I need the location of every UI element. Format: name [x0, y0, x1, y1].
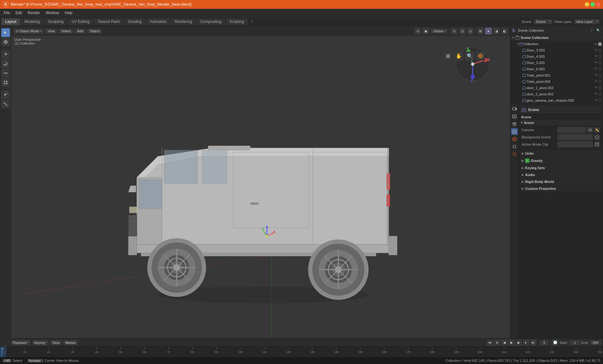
- playback-button[interactable]: Playback ▾: [11, 340, 30, 345]
- menu-render[interactable]: Render: [25, 10, 42, 16]
- add-menu-button[interactable]: Add: [75, 29, 86, 34]
- 3d-scene[interactable]: X Y Z ⊞ ✋ 🔍 🔆: [11, 26, 510, 345]
- props-scene-button[interactable]: [511, 128, 518, 135]
- tab-sculpting[interactable]: Sculpting: [44, 18, 67, 25]
- maximize-button[interactable]: [590, 2, 595, 7]
- item-eye-icon[interactable]: 👁: [595, 86, 597, 90]
- movie-clip-picker-icon[interactable]: [594, 142, 600, 147]
- minimize-button[interactable]: [585, 2, 589, 7]
- solid-mode-icon[interactable]: ●: [485, 28, 492, 35]
- tab-animation[interactable]: Animation: [146, 18, 170, 25]
- item-viewport-icon[interactable]: [598, 55, 602, 58]
- xray-icon[interactable]: ⊞: [477, 28, 484, 35]
- view-layer-dropdown[interactable]: View Layer ▾: [574, 19, 599, 24]
- item-viewport-icon[interactable]: [598, 86, 602, 90]
- viewport-overlay-toggle[interactable]: ◉: [422, 28, 429, 35]
- props-object-button[interactable]: [511, 143, 518, 150]
- timeline-clock-icon[interactable]: 🕐: [552, 339, 559, 346]
- keying-sets-header[interactable]: ▶ Keying Sets: [520, 165, 602, 171]
- start-value[interactable]: 1: [569, 340, 580, 345]
- outliner-item[interactable]: Door_4.003 👁: [510, 53, 603, 60]
- transform-tool-button[interactable]: [1, 78, 10, 87]
- outliner-item[interactable]: Door_6.003 👁: [510, 66, 603, 72]
- tab-scripting[interactable]: Scripting: [225, 18, 248, 25]
- scene-section-header[interactable]: ▾ Scene: [520, 120, 602, 126]
- background-scene-picker-icon[interactable]: [594, 134, 600, 140]
- cursor-tool-button[interactable]: [1, 38, 10, 46]
- tab-uv-editing[interactable]: UV Editing: [68, 18, 93, 25]
- annotate-tool-button[interactable]: [1, 90, 10, 99]
- current-frame-display[interactable]: 1: [540, 340, 548, 345]
- collection-expand-icon[interactable]: ▾: [512, 36, 514, 39]
- add-workspace-button[interactable]: +: [248, 18, 256, 25]
- scene-dropdown[interactable]: Scene ▾: [534, 19, 552, 24]
- marker-button[interactable]: Marker: [63, 340, 78, 345]
- tab-compositing[interactable]: Compositing: [197, 18, 225, 25]
- tab-layout[interactable]: Layout: [1, 18, 20, 25]
- units-section-header[interactable]: ▶ Units: [520, 150, 602, 157]
- eye-icon[interactable]: 👁: [594, 42, 597, 46]
- viewport-3d[interactable]: ⊙ Object Mode ▾ View Select Add Object ⊙…: [11, 26, 510, 345]
- object-menu-button[interactable]: Object: [87, 29, 102, 34]
- item-eye-icon[interactable]: 👁: [595, 55, 597, 58]
- item-eye-icon[interactable]: 👁: [595, 73, 597, 77]
- props-particles-button[interactable]: [511, 151, 518, 158]
- tab-modeling[interactable]: Modeling: [21, 18, 44, 25]
- keying-button[interactable]: Keying ▾: [32, 340, 49, 345]
- prev-frame-button[interactable]: ⏴: [494, 340, 500, 346]
- props-view-layer-button[interactable]: [511, 120, 518, 127]
- item-eye-icon[interactable]: 👁: [595, 92, 597, 96]
- outliner-search-icon[interactable]: 🔍: [595, 28, 601, 33]
- camera-value[interactable]: [557, 127, 586, 133]
- item-eye-icon[interactable]: 👁: [595, 99, 597, 102]
- item-viewport-icon[interactable]: [598, 92, 602, 96]
- select-menu-button[interactable]: Select: [59, 29, 73, 34]
- menu-edit[interactable]: Edit: [13, 10, 24, 16]
- item-eye-icon[interactable]: 👁: [595, 48, 597, 52]
- background-scene-value[interactable]: [557, 134, 593, 140]
- item-viewport-icon[interactable]: [598, 73, 602, 77]
- jump-to-end-button[interactable]: ⏭: [530, 340, 536, 346]
- outliner-collection[interactable]: ▾ Collection 👁 ⬜: [510, 41, 603, 47]
- view-menu-button[interactable]: View: [45, 29, 57, 34]
- proportional-edit-icon[interactable]: ◎: [467, 28, 474, 35]
- props-render-button[interactable]: [511, 105, 518, 112]
- render-mode-icon[interactable]: ◐: [501, 28, 508, 35]
- material-mode-icon[interactable]: ◑: [493, 28, 500, 35]
- item-viewport-icon[interactable]: [598, 99, 602, 102]
- outliner-item[interactable]: Tube_pivot.003 👁: [510, 78, 603, 85]
- pivot-icon[interactable]: ⊙: [451, 28, 458, 35]
- viewport-gizmo-toggle[interactable]: ⊙: [414, 28, 421, 35]
- camera-edit-icon[interactable]: ✏️: [594, 127, 600, 133]
- camera-picker-icon[interactable]: [587, 127, 593, 133]
- viewport-icon[interactable]: ⬜: [598, 42, 602, 46]
- global-transform-dropdown[interactable]: Global ▾: [431, 29, 448, 34]
- gravity-checkbox[interactable]: ✓: [525, 158, 530, 163]
- item-eye-icon[interactable]: 👁: [595, 67, 597, 71]
- custom-properties-header[interactable]: ▶ Custom Properties: [520, 185, 602, 192]
- menu-help[interactable]: Help: [62, 10, 75, 16]
- menu-window[interactable]: Window: [43, 10, 62, 16]
- move-tool-button[interactable]: ✛: [1, 50, 10, 59]
- object-mode-dropdown[interactable]: ⊙ Object Mode ▾: [13, 29, 44, 34]
- item-eye-icon[interactable]: 👁: [595, 61, 597, 65]
- play-button[interactable]: ▶: [508, 340, 515, 346]
- measure-tool-button[interactable]: [1, 100, 10, 109]
- outliner-item[interactable]: Door_3.003 👁: [510, 47, 603, 53]
- item-eye-icon[interactable]: 👁: [595, 80, 597, 83]
- timeline-ruler[interactable]: 1 11020304050607080901001101201301401501…: [0, 347, 603, 357]
- item-viewport-icon[interactable]: [598, 48, 602, 52]
- rotate-tool-button[interactable]: [1, 59, 10, 68]
- item-viewport-icon[interactable]: [598, 80, 602, 83]
- close-button[interactable]: [596, 2, 600, 7]
- tab-rendering[interactable]: Rendering: [171, 18, 196, 25]
- end-value[interactable]: 250: [590, 340, 601, 345]
- rigid-body-world-header[interactable]: ▶ Rigid Body World: [520, 179, 602, 185]
- outliner-item[interactable]: Tube_pivot.001 👁: [510, 72, 603, 78]
- outliner-item[interactable]: Door_5.003 👁: [510, 60, 603, 66]
- prev-keyframe-button[interactable]: ◀: [501, 340, 508, 346]
- active-movie-clip-value[interactable]: [557, 141, 593, 147]
- snap-icon[interactable]: ⊡: [459, 28, 466, 35]
- outliner-filter-icon[interactable]: ▽: [589, 28, 595, 33]
- tab-texture-paint[interactable]: Texture Paint: [94, 18, 123, 25]
